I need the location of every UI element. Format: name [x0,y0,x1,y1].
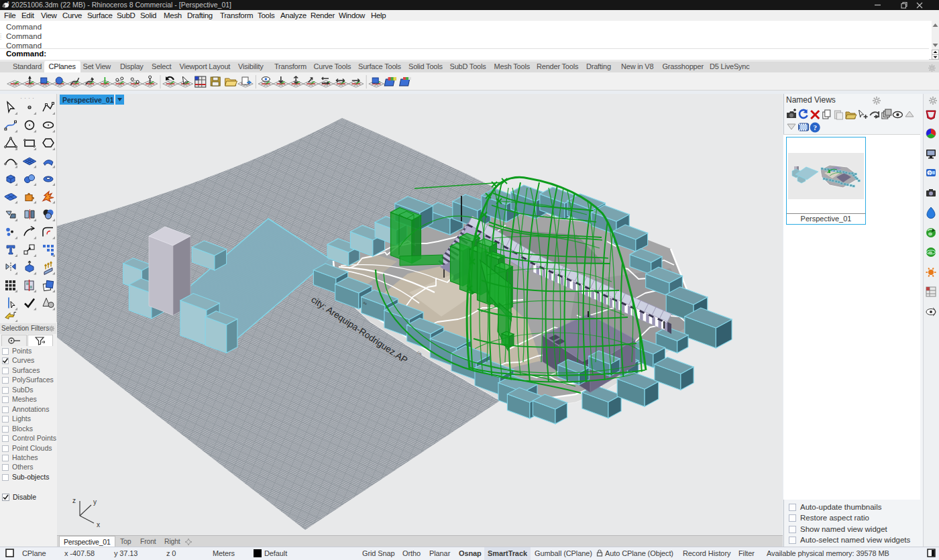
svg-text:z: z [72,497,76,504]
svg-text:?: ? [928,171,931,176]
svg-text:Perspective_01: Perspective_01 [62,96,114,104]
svg-text:?: ? [813,123,817,131]
svg-text:y: y [93,498,97,506]
svg-text:x: x [97,521,100,528]
